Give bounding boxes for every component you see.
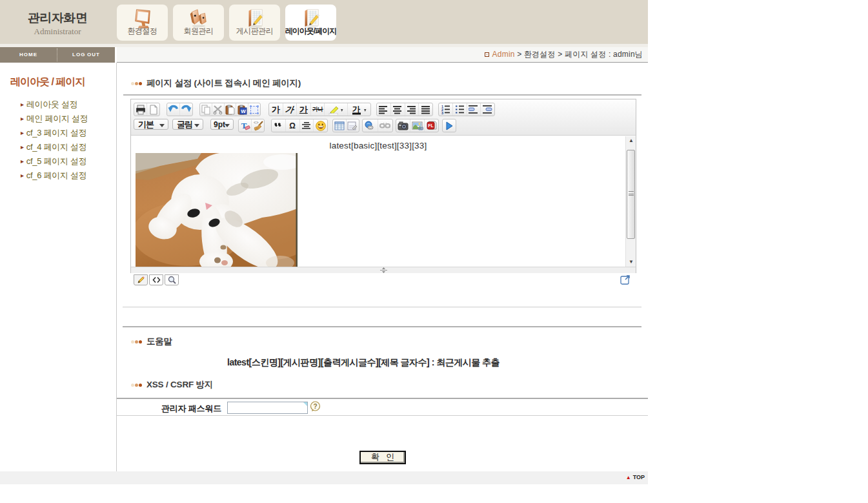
svg-text:?: ? [313, 403, 317, 410]
svg-text:가: 가 [352, 105, 361, 114]
svg-text:3: 3 [441, 111, 443, 114]
svg-text:W: W [241, 108, 247, 114]
svg-text:<>: <> [254, 120, 259, 125]
svg-text:FL: FL [428, 123, 434, 128]
